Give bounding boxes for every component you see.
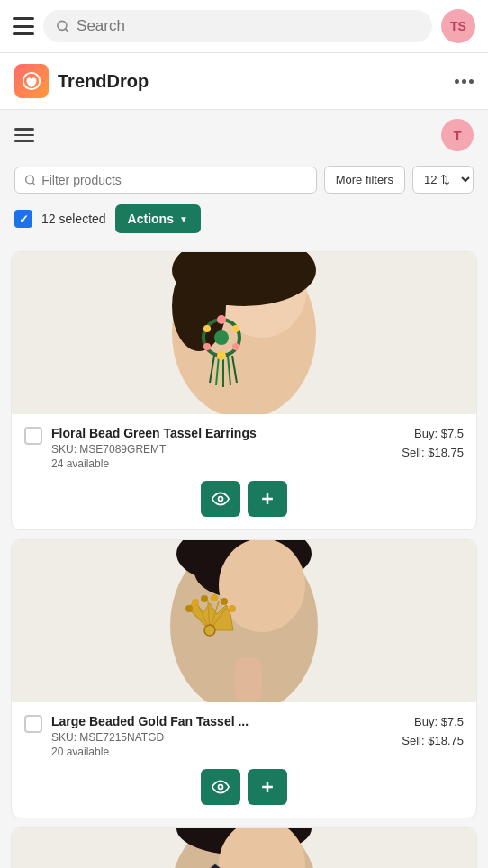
add-button-1[interactable] — [248, 481, 287, 517]
product-name-1: Floral Bead Green Tassel Earrings — [51, 425, 388, 441]
product-checkbox-1[interactable] — [24, 427, 42, 445]
eye-icon-1 — [212, 490, 230, 508]
search-bar[interactable] — [43, 10, 432, 42]
svg-point-42 — [219, 785, 223, 790]
more-filters-button[interactable]: More filters — [324, 166, 405, 194]
add-button-2[interactable] — [248, 769, 287, 805]
product-info-1: Floral Bead Green Tassel Earrings SKU: M… — [12, 414, 476, 481]
product-image-3 — [12, 828, 476, 868]
selected-count: 12 selected — [41, 212, 106, 226]
product-name-2: Large Beaded Gold Fan Tassel ... — [51, 713, 388, 729]
svg-point-28 — [219, 540, 305, 632]
svg-point-3 — [26, 176, 34, 184]
product-info-2: Large Beaded Gold Fan Tassel ... SKU: MS… — [12, 702, 476, 769]
product-left-1: Floral Bead Green Tassel Earrings SKU: M… — [24, 425, 388, 470]
sub-menu-icon[interactable] — [14, 128, 34, 142]
search-icon — [56, 19, 69, 33]
filter-input[interactable] — [41, 173, 307, 187]
svg-line-1 — [65, 29, 68, 32]
svg-point-37 — [192, 599, 199, 606]
user-avatar[interactable]: TS — [441, 9, 475, 43]
svg-point-21 — [203, 325, 211, 332]
svg-line-4 — [32, 182, 34, 184]
filter-input-wrap[interactable] — [14, 167, 317, 194]
sub-header: T — [0, 110, 488, 155]
svg-point-15 — [214, 330, 229, 345]
product-left-2: Large Beaded Gold Fan Tassel ... SKU: MS… — [24, 713, 388, 758]
brand-name: TrendDrop — [58, 71, 149, 92]
selection-bar: 12 selected Actions ▼ — [0, 199, 488, 242]
svg-point-39 — [211, 594, 218, 601]
count-select[interactable]: 12 ⇅ 24 ⇅ 48 ⇅ — [412, 166, 474, 194]
svg-point-38 — [201, 595, 208, 602]
earring-illustration-2 — [145, 540, 343, 702]
product-details-2: Large Beaded Gold Fan Tassel ... SKU: MS… — [51, 713, 388, 758]
more-options-button[interactable] — [455, 79, 474, 84]
plus-icon-2 — [258, 778, 276, 796]
svg-rect-29 — [235, 657, 262, 702]
svg-point-41 — [229, 605, 236, 612]
product-price-2: Buy: $7.5 Sell: $18.75 — [392, 713, 464, 758]
product-details-1: Floral Bead Green Tassel Earrings SKU: M… — [51, 425, 388, 470]
search-input[interactable] — [77, 17, 420, 35]
svg-point-36 — [185, 605, 193, 612]
svg-point-40 — [221, 598, 228, 605]
chevron-down-icon: ▼ — [179, 214, 188, 224]
brand-bar: TrendDrop — [0, 53, 488, 110]
product-sell-price-2: Sell: $18.75 — [392, 732, 464, 751]
product-actions-1 — [12, 481, 476, 529]
actions-button[interactable]: Actions ▼ — [115, 204, 201, 233]
svg-point-19 — [217, 351, 226, 360]
brand-logo — [14, 64, 49, 98]
main-content: T More filters 12 ⇅ 24 ⇅ 48 ⇅ 12 selecte… — [0, 110, 488, 868]
svg-point-47 — [219, 828, 305, 868]
earring-illustration-1 — [145, 252, 343, 414]
svg-point-17 — [232, 325, 239, 332]
svg-point-18 — [232, 343, 239, 350]
select-all-checkbox[interactable] — [14, 210, 32, 228]
product-card-1: Floral Bead Green Tassel Earrings SKU: M… — [11, 251, 477, 530]
product-buy-price-2: Buy: $7.5 — [392, 713, 464, 732]
sub-user-avatar[interactable]: T — [441, 119, 474, 151]
svg-point-0 — [58, 21, 67, 30]
product-sku-1: SKU: MSE7089GREMT — [51, 443, 388, 456]
svg-point-16 — [217, 315, 226, 324]
menu-icon[interactable] — [13, 17, 34, 35]
logo-icon — [22, 71, 41, 91]
plus-icon-1 — [258, 490, 276, 508]
product-availability-2: 20 available — [51, 746, 388, 758]
view-button-2[interactable] — [201, 769, 240, 805]
product-sell-price-1: Sell: $18.75 — [392, 444, 464, 463]
svg-point-22 — [219, 497, 223, 502]
product-card-3 — [11, 827, 477, 868]
brand-left: TrendDrop — [14, 64, 149, 98]
earring-illustration-3 — [145, 828, 343, 868]
product-availability-1: 24 available — [51, 457, 388, 470]
product-image-2 — [12, 540, 476, 702]
view-button-1[interactable] — [201, 481, 240, 517]
product-price-1: Buy: $7.5 Sell: $18.75 — [392, 425, 464, 470]
product-buy-price-1: Buy: $7.5 — [392, 425, 464, 444]
product-image-1 — [12, 252, 476, 414]
svg-point-20 — [203, 343, 211, 350]
eye-icon-2 — [212, 778, 230, 796]
top-search-bar: TS — [0, 0, 488, 53]
svg-point-35 — [204, 625, 215, 636]
filter-row: More filters 12 ⇅ 24 ⇅ 48 ⇅ — [0, 155, 488, 199]
product-checkbox-2[interactable] — [24, 715, 42, 733]
filter-search-icon — [24, 174, 36, 186]
product-card-2: Large Beaded Gold Fan Tassel ... SKU: MS… — [11, 539, 477, 818]
product-actions-2 — [12, 769, 476, 818]
product-sku-2: SKU: MSE7215NATGD — [51, 731, 388, 744]
